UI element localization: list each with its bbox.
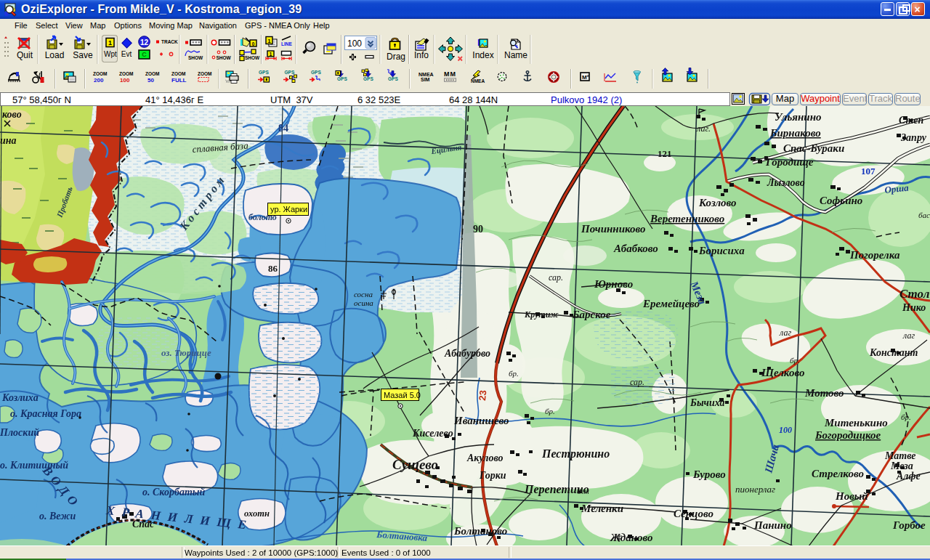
svg-text:SIM: SIM xyxy=(421,77,430,82)
svg-text:Крутиж: Крутиж xyxy=(524,309,559,320)
svg-text:Name: Name xyxy=(504,50,527,60)
svg-text:90: 90 xyxy=(473,224,483,235)
svg-text:Богородицкое: Богородицкое xyxy=(814,429,881,441)
svg-text:1: 1 xyxy=(267,38,271,44)
svg-text:о. Вежи: о. Вежи xyxy=(39,511,76,522)
svg-text:Барское: Барское xyxy=(572,309,611,320)
svg-text:Evt: Evt xyxy=(121,50,132,58)
svg-text:Зем: Зем xyxy=(578,487,589,495)
svg-text:SHOW: SHOW xyxy=(188,55,203,60)
svg-text:Жданово: Жданово xyxy=(610,532,653,543)
svg-text:Иванишево: Иванишево xyxy=(453,415,509,426)
svg-text:Акулово: Акулово xyxy=(466,453,504,463)
svg-text:Drag: Drag xyxy=(387,52,405,62)
svg-text:ур. Жарки: ур. Жарки xyxy=(270,205,307,214)
svg-text:ZOOM: ZOOM xyxy=(198,71,212,76)
svg-text:NMEA: NMEA xyxy=(418,72,434,77)
svg-text:50: 50 xyxy=(147,77,154,84)
svg-text:Козлово: Козлово xyxy=(698,197,737,208)
svg-text:Матве: Матве xyxy=(884,450,915,461)
svg-text:ково: ково xyxy=(2,109,22,120)
svg-text:Нико: Нико xyxy=(902,302,926,313)
svg-text:Save: Save xyxy=(73,50,93,60)
svg-text:пионерлаг: пионерлаг xyxy=(735,484,775,495)
svg-text:сосна: сосна xyxy=(354,290,373,299)
svg-text:Сущево: Сущево xyxy=(392,457,438,472)
svg-text:GPS: GPS xyxy=(285,70,295,75)
svg-text:Алфе: Алфе xyxy=(896,471,921,482)
svg-text:оз. Тюрицце: оз. Тюрицце xyxy=(161,347,211,358)
svg-text:Погорелка: Погорелка xyxy=(849,249,900,261)
svg-text:охотн: охотн xyxy=(244,508,270,519)
svg-text:ZOOM: ZOOM xyxy=(171,71,186,76)
svg-text:о. Красная Гора: о. Красная Гора xyxy=(10,408,81,419)
svg-text:Бычиха: Бычиха xyxy=(690,397,725,408)
svg-text:Стол: Стол xyxy=(899,287,930,301)
svg-text:лаг.: лаг. xyxy=(696,123,711,134)
svg-text:о. Скорбатый: о. Скорбатый xyxy=(142,487,205,498)
svg-text:Митенькино: Митенькино xyxy=(824,417,888,429)
svg-text:Починниково: Починниково xyxy=(581,223,646,235)
svg-text:ина: ина xyxy=(0,135,17,146)
svg-text:FULL: FULL xyxy=(171,77,187,84)
svg-text:Пестрюнино: Пестрюнино xyxy=(541,447,610,460)
svg-text:Меленки: Меленки xyxy=(581,503,623,514)
svg-text:Плоский: Плоский xyxy=(0,427,39,438)
svg-text:Борисиха: Борисиха xyxy=(698,245,745,256)
svg-text:лаг: лаг xyxy=(902,330,915,341)
svg-text:Щелково: Щелково xyxy=(761,367,804,378)
svg-text:Мазай 5.0: Мазай 5.0 xyxy=(384,391,421,399)
svg-text:Бирнаково: Бирнаково xyxy=(769,127,821,139)
svg-text:Абабково: Абабково xyxy=(613,243,658,254)
svg-text:бр.: бр. xyxy=(790,356,800,365)
svg-text:LINE: LINE xyxy=(281,41,292,46)
svg-text:бр.: бр. xyxy=(545,407,555,415)
svg-text:86: 86 xyxy=(268,263,278,274)
svg-text:MM: MM xyxy=(444,70,456,78)
svg-text:100: 100 xyxy=(347,38,362,49)
svg-text:ZOOM: ZOOM xyxy=(119,71,134,76)
svg-text:NMEA: NMEA xyxy=(471,78,485,84)
svg-text:Еремейцево: Еремейцево xyxy=(642,298,700,309)
svg-text:лаг: лаг xyxy=(779,328,791,338)
svg-text:Юрново: Юрново xyxy=(594,278,633,290)
svg-text:100: 100 xyxy=(779,425,792,435)
svg-text:TRACK: TRACK xyxy=(161,39,178,44)
svg-text:Wpt: Wpt xyxy=(104,50,117,58)
svg-text:Спас-Бураки: Спас-Бураки xyxy=(783,142,844,154)
svg-text:121: 121 xyxy=(658,148,672,159)
svg-text:Веретенниково: Веретенниково xyxy=(650,213,724,224)
svg-text:Козлиха: Козлиха xyxy=(1,392,39,403)
svg-text:SHOW: SHOW xyxy=(217,55,232,60)
svg-text:M²: M² xyxy=(582,74,589,81)
svg-text:84: 84 xyxy=(278,123,288,134)
svg-text:Quit: Quit xyxy=(17,50,33,60)
svg-text:Болтаново: Болтаново xyxy=(453,525,507,537)
svg-text:Степ: Степ xyxy=(899,115,923,126)
svg-text:Бурово: Бурово xyxy=(692,468,726,480)
svg-text:GPS: GPS xyxy=(337,76,347,81)
svg-text:100: 100 xyxy=(120,77,130,84)
svg-text:Киселево: Киселево xyxy=(412,428,453,439)
svg-text:Load: Load xyxy=(45,50,65,60)
svg-text:сар.: сар. xyxy=(630,377,644,387)
svg-text:Панино: Панино xyxy=(753,519,792,531)
svg-text:23: 23 xyxy=(477,390,488,402)
svg-text:Констант: Констант xyxy=(869,347,918,358)
svg-text:200: 200 xyxy=(94,77,104,84)
svg-text:Мотово: Мотово xyxy=(804,387,844,399)
svg-text:Горбое: Горбое xyxy=(892,519,926,531)
svg-text:1: 1 xyxy=(108,39,112,46)
svg-text:ZOOM: ZOOM xyxy=(145,71,160,76)
svg-text:107: 107 xyxy=(861,166,876,176)
svg-text:GPS: GPS xyxy=(311,70,321,75)
svg-text:Запру: Запру xyxy=(900,132,927,143)
svg-text:Абабурово: Абабурово xyxy=(444,348,490,359)
svg-text:0: 0 xyxy=(252,41,255,46)
svg-text:Новый: Новый xyxy=(835,490,868,502)
svg-text:Меза: Меза xyxy=(890,460,913,471)
svg-text:Лызлово: Лызлово xyxy=(767,177,805,188)
svg-text:12: 12 xyxy=(140,38,149,46)
svg-text:бас: бас xyxy=(918,211,930,219)
svg-text:Index: Index xyxy=(472,50,493,60)
